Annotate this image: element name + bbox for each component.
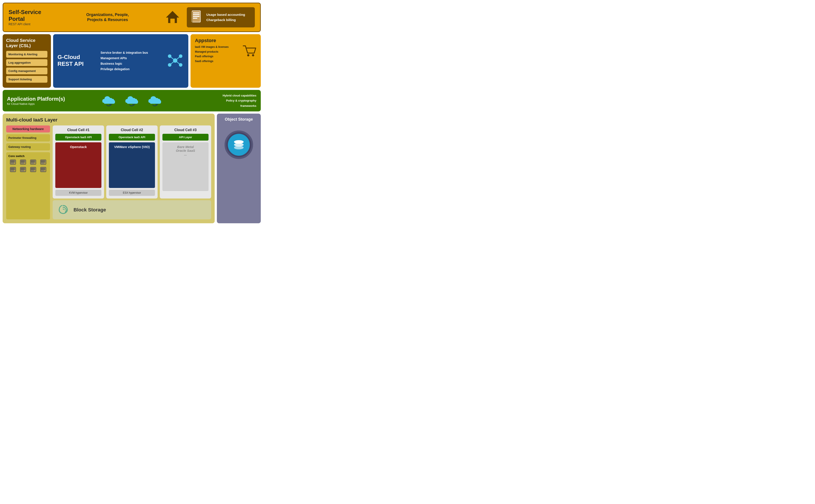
svg-rect-3 bbox=[193, 13, 199, 13]
svg-rect-71 bbox=[31, 169, 32, 170]
svg-rect-39 bbox=[31, 162, 32, 162]
cloud-cell-1: Cloud Cell #1 Openstack IaaS API Opensta… bbox=[53, 125, 104, 198]
cc1-title: Cloud Cell #1 bbox=[55, 128, 101, 132]
svg-rect-73 bbox=[34, 169, 34, 170]
svg-rect-7 bbox=[191, 12, 192, 22]
cc2-api: Openstack IaaS API bbox=[109, 134, 155, 141]
ap-right: Hybrid cloud capabilities Policy & crypt… bbox=[195, 93, 256, 108]
switch-icon-2 bbox=[18, 159, 28, 166]
multicloud-title: Multi-cloud IaaS Layer bbox=[6, 117, 211, 123]
gcloud-left: G-CloudREST API bbox=[57, 54, 97, 68]
cc1-platform: Openstack bbox=[55, 142, 101, 188]
svg-rect-37 bbox=[32, 161, 33, 161]
svg-point-85 bbox=[234, 146, 244, 149]
svg-rect-49 bbox=[44, 162, 45, 162]
svg-line-14 bbox=[175, 56, 180, 61]
csl-item-log: Log aggregation bbox=[6, 59, 47, 66]
multicloud-inner: Networking hardware Perimeter firewallin… bbox=[6, 125, 211, 219]
gcloud-features: Service broker & integration bus Managem… bbox=[100, 50, 163, 72]
self-service-portal-section: Self-Service Portal REST API client Orga… bbox=[3, 3, 261, 32]
svg-point-50 bbox=[45, 163, 45, 164]
svg-rect-4 bbox=[193, 14, 199, 15]
svg-rect-5 bbox=[193, 16, 199, 17]
cc3-platform: Bare MetalOracle SaaS... bbox=[162, 142, 209, 191]
multicloud-row: Multi-cloud IaaS Layer Networking hardwa… bbox=[3, 114, 261, 223]
switch-icon-8 bbox=[39, 167, 48, 173]
network-node-icon bbox=[166, 52, 184, 70]
switch-icon-5 bbox=[8, 167, 18, 173]
ap-subtitle: for Cloud Native Apps bbox=[7, 102, 68, 105]
svg-rect-29 bbox=[22, 161, 23, 161]
gateway-item: Gateway routing bbox=[6, 143, 50, 150]
appstore-section: Appstore IaaS VM images & licenses Manag… bbox=[190, 34, 261, 88]
cc2-title: Cloud Cell #2 bbox=[109, 128, 155, 132]
svg-rect-56 bbox=[12, 169, 13, 170]
svg-rect-32 bbox=[22, 162, 23, 162]
cc2-hypervisor: ESX hypervisor bbox=[109, 190, 155, 196]
csl-title: Cloud ServiceLayer (CSL) bbox=[6, 38, 47, 48]
svg-rect-64 bbox=[22, 169, 23, 170]
svg-rect-54 bbox=[13, 168, 14, 169]
gcloud-section: G-CloudREST API Service broker & integra… bbox=[53, 34, 188, 88]
mc-left-panel: Networking hardware Perimeter firewallin… bbox=[6, 125, 50, 219]
cloud-sync-icon-3 bbox=[147, 94, 163, 108]
svg-point-26 bbox=[14, 163, 15, 164]
svg-point-42 bbox=[34, 163, 35, 164]
cells-row: Cloud Cell #1 Openstack IaaS API Opensta… bbox=[53, 125, 211, 198]
svg-rect-72 bbox=[32, 169, 33, 170]
csl-item-monitoring: Monitoring & Alerting bbox=[6, 51, 47, 58]
svg-rect-65 bbox=[23, 169, 24, 170]
svg-rect-33 bbox=[23, 162, 24, 162]
svg-rect-57 bbox=[13, 169, 14, 170]
appstore-content: IaaS VM images & licenses Managed produc… bbox=[195, 45, 256, 64]
csl-section: Cloud ServiceLayer (CSL) Monitoring & Al… bbox=[3, 34, 51, 88]
svg-rect-47 bbox=[41, 162, 42, 162]
svg-rect-31 bbox=[21, 162, 22, 162]
csl-item-config: Config management bbox=[6, 68, 47, 74]
block-storage-icon bbox=[57, 203, 69, 216]
svg-rect-79 bbox=[41, 169, 42, 170]
cart-icon bbox=[242, 45, 256, 59]
svg-rect-60 bbox=[21, 168, 22, 169]
core-switch-area: Core switch bbox=[6, 152, 50, 219]
net-hw-label: Networking hardware bbox=[6, 125, 50, 132]
ssp-title: Self-Service Portal bbox=[9, 9, 57, 22]
switch-icon-6 bbox=[18, 167, 28, 173]
svg-rect-81 bbox=[44, 169, 45, 170]
os-circle-outer bbox=[225, 130, 253, 159]
svg-point-18 bbox=[252, 54, 254, 56]
row2: Cloud ServiceLayer (CSL) Monitoring & Al… bbox=[3, 34, 261, 88]
billing-text: Usage based accounting Chargeback billin… bbox=[206, 12, 251, 23]
svg-rect-44 bbox=[41, 161, 42, 161]
svg-rect-55 bbox=[11, 169, 12, 170]
svg-rect-22 bbox=[13, 161, 14, 161]
bill-icon bbox=[191, 10, 203, 24]
gcloud-body: Service broker & integration bus Managem… bbox=[97, 50, 166, 72]
svg-rect-53 bbox=[12, 168, 13, 169]
cc3-api: API Layer bbox=[162, 134, 209, 141]
ssp-subtitle: REST API client bbox=[9, 22, 57, 26]
billing-section: Usage based accounting Chargeback billin… bbox=[187, 7, 255, 27]
cc1-hypervisor: KVM hypervisor bbox=[55, 190, 101, 196]
switch-grid bbox=[8, 159, 48, 173]
ssp-left: Self-Service Portal REST API client bbox=[9, 9, 57, 26]
appstore-features: IaaS VM images & licenses Managed produc… bbox=[195, 45, 242, 64]
switch-icon-3 bbox=[29, 159, 38, 166]
os-title: Object Storage bbox=[225, 117, 253, 122]
cloud-sync-icon-1 bbox=[100, 94, 117, 108]
switch-icon-4 bbox=[39, 159, 48, 166]
ap-right-text: Hybrid cloud capabilities Policy & crypt… bbox=[195, 93, 256, 108]
cc3-title: Cloud Cell #3 bbox=[162, 128, 209, 132]
block-storage-section: Block Storage bbox=[53, 200, 211, 219]
svg-rect-20 bbox=[11, 161, 12, 161]
svg-point-17 bbox=[247, 54, 249, 56]
svg-rect-6 bbox=[193, 18, 197, 19]
ap-left: Application Platform(s) for Cloud Native… bbox=[7, 96, 68, 105]
svg-point-66 bbox=[24, 170, 25, 171]
switch-icon-7 bbox=[29, 167, 38, 173]
ap-cloud-icons bbox=[68, 94, 195, 108]
core-switch-title: Core switch bbox=[8, 154, 48, 158]
svg-rect-36 bbox=[31, 161, 32, 161]
appstore-title: Appstore bbox=[195, 38, 256, 43]
house-icon bbox=[165, 10, 180, 25]
